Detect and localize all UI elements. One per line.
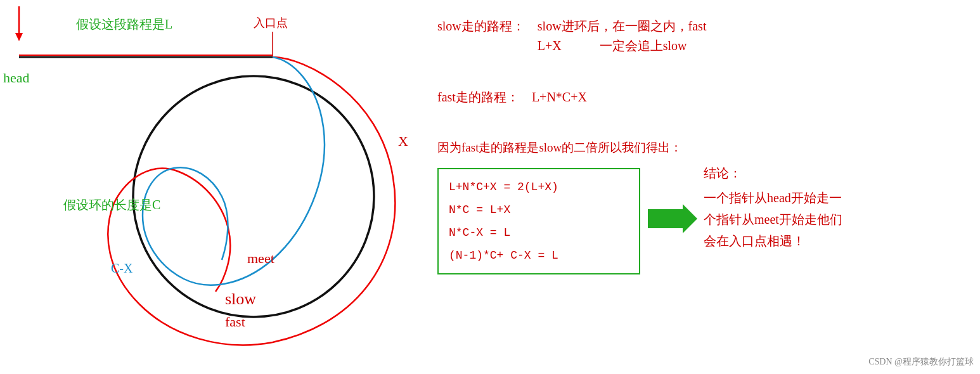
formula-line-3: N*C-X = L [449,221,629,244]
meet-label: meet [247,250,274,266]
svg-marker-1 [15,33,23,41]
because-label: 因为fast走的路程是slow的二倍所以我们得出： [437,139,682,156]
fast-path-section: fast走的路程： L+N*C+X [437,89,587,106]
formula-line-2: N*C = L+X [449,198,629,221]
C-label: 假设环的长度是C [63,198,160,212]
fast-path-label: fast走的路程： [437,89,519,106]
fast-path-value: L+N*C+X [532,90,587,105]
formula-line-1: L+N*C+X = 2(L+X) [449,176,629,198]
head-label: head [3,70,30,86]
formula-line-4: (N-1)*C+ C-X = L [449,244,629,267]
svg-point-5 [133,76,374,317]
svg-marker-6 [648,204,697,233]
slow-label: slow [225,290,256,308]
entry-label: 入口点 [254,16,288,29]
slow-path-section: slow走的路程： slow进环后，在一圈之内，fast L+X 一定会追上sl… [437,18,706,55]
fast-label: fast [225,314,245,330]
formula-box: L+N*C+X = 2(L+X) N*C = L+X N*C-X = L (N-… [437,168,640,274]
text-area: slow走的路程： slow进环后，在一圈之内，fast L+X 一定会追上sl… [431,0,980,374]
slow-desc2: 一定会追上slow [600,37,687,55]
conclusion-text: 一个指针从head开始走一 个指针从meet开始走他们 会在入口点相遇！ [704,187,842,252]
slow-path-label: slow走的路程： [437,18,525,35]
watermark: CSDN @程序猿教你打篮球 [868,356,974,368]
diagram-area: head 假设这段路程是L 入口点 X 假设环的长度是C C-X meet sl… [0,0,431,374]
L-label: 假设这段路程是L [76,17,172,31]
conclusion-title: 结论： [704,165,842,182]
CX-label: C-X [111,261,133,275]
X-label: X [398,133,408,149]
conclusion-section: 结论： 一个指针从head开始走一 个指针从meet开始走他们 会在入口点相遇！ [704,165,842,252]
slow-desc: slow进环后，在一圈之内，fast [538,18,707,35]
slow-path-value: L+X [538,39,562,53]
green-arrow [648,203,699,237]
